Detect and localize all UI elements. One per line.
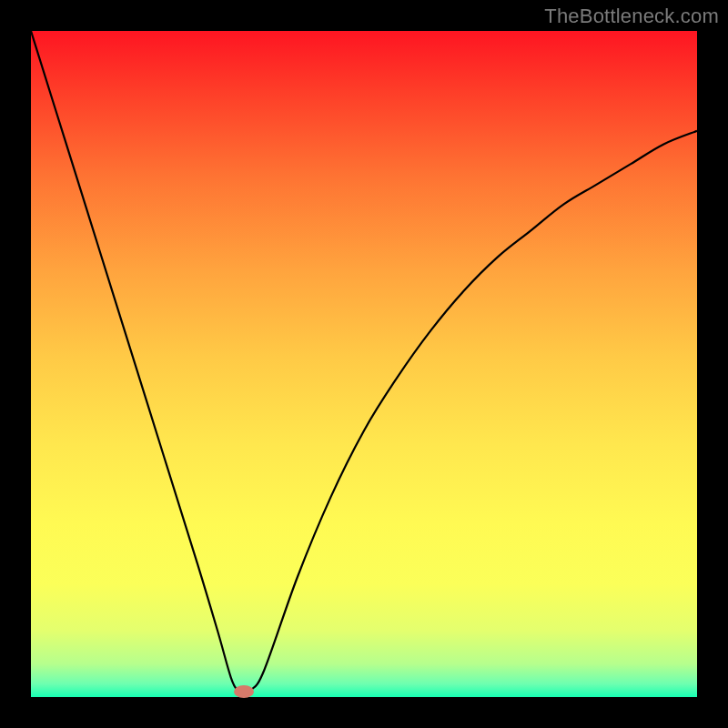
valley-marker [234, 685, 254, 698]
watermark-text: TheBottleneck.com [544, 5, 719, 28]
bottleneck-curve [31, 31, 697, 697]
plot-area [31, 31, 697, 697]
